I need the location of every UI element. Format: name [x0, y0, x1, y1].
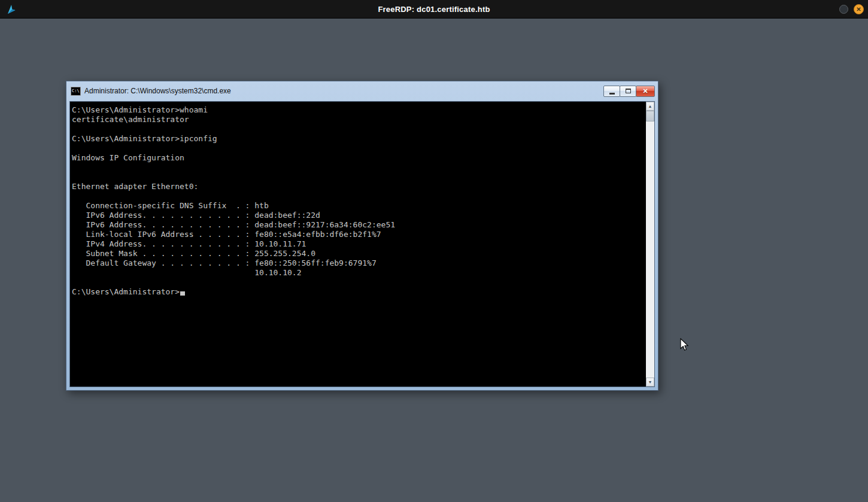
cmd-window-body: C:\Users\Administrator>whoami certificat…	[69, 101, 655, 387]
mouse-cursor	[680, 338, 690, 354]
rdp-window-controls: ✕	[839, 4, 864, 14]
cmd-minimize-button[interactable]	[603, 86, 620, 97]
cmd-maximize-button[interactable]	[620, 86, 636, 97]
rdp-minimize-button[interactable]	[839, 5, 848, 14]
cmd-window-controls: ✕	[604, 86, 655, 97]
cmd-prompt-icon: C:\	[71, 87, 81, 96]
scroll-up-icon: ▲	[648, 104, 652, 108]
freerdp-logo-icon	[6, 4, 17, 15]
maximize-icon	[626, 89, 631, 93]
rdp-titlebar[interactable]: FreeRDP: dc01.certificate.htb ✕	[0, 0, 868, 19]
cmd-window-title: Administrator: C:\Windows\system32\cmd.e…	[84, 87, 600, 95]
scrollbar-track[interactable]	[646, 111, 654, 378]
close-icon: ✕	[856, 7, 861, 13]
terminal-cursor	[180, 291, 185, 296]
minimize-icon	[609, 93, 615, 95]
terminal-scrollbar[interactable]: ▲ ▼	[646, 102, 654, 387]
rdp-close-button[interactable]: ✕	[854, 4, 864, 14]
cmd-titlebar[interactable]: C:\ Administrator: C:\Windows\system32\c…	[66, 81, 658, 101]
terminal-text: C:\Users\Administrator>whoami certificat…	[72, 105, 395, 296]
rdp-window-title: FreeRDP: dc01.certificate.htb	[0, 5, 868, 14]
scrollbar-down-button[interactable]: ▼	[646, 378, 654, 387]
scrollbar-up-button[interactable]: ▲	[646, 102, 654, 111]
scroll-down-icon: ▼	[648, 380, 652, 384]
close-icon: ✕	[642, 87, 648, 95]
terminal-output[interactable]: C:\Users\Administrator>whoami certificat…	[70, 102, 646, 387]
remote-desktop[interactable]: C:\ Administrator: C:\Windows\system32\c…	[0, 19, 868, 502]
cmd-close-button[interactable]: ✕	[636, 86, 655, 97]
scrollbar-thumb[interactable]	[646, 111, 654, 121]
cmd-window: C:\ Administrator: C:\Windows\system32\c…	[66, 81, 658, 391]
